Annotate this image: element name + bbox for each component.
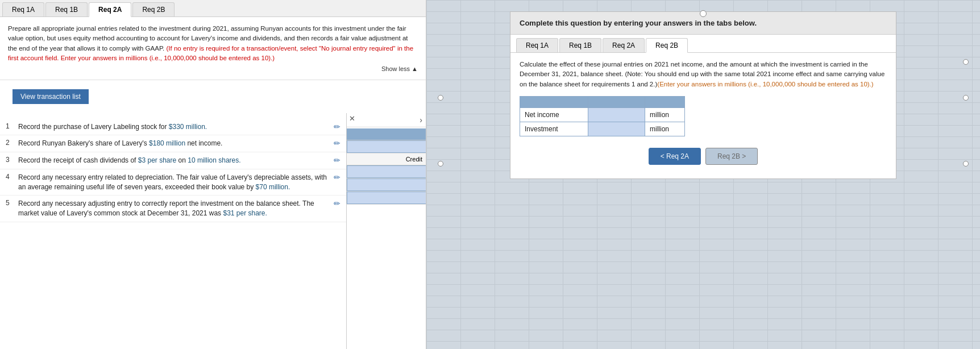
entry-text: Record any necessary adjusting entry to … <box>18 199 329 218</box>
tab-req1a[interactable]: Req 1A <box>2 2 44 16</box>
table-header-row <box>520 96 685 107</box>
journal-list: 1 Record the purchase of Lavery Labeling… <box>0 113 346 350</box>
net-income-input[interactable] <box>588 107 645 122</box>
debit-input-1[interactable] <box>347 140 426 153</box>
list-item: 3 Record the receipt of cash dividends o… <box>0 152 346 169</box>
entry-number: 1 <box>6 122 14 130</box>
entry-text: Record the purchase of Lavery Labeling s… <box>18 122 329 132</box>
entry-panel: ✕ › Credit <box>346 113 426 350</box>
entry-text: Record any necessary entry related to de… <box>18 173 329 192</box>
edit-icon[interactable]: ✏ <box>334 156 340 165</box>
entry-text: Record the receipt of cash dividends of … <box>18 156 329 165</box>
table-header-unit <box>645 96 685 107</box>
question-box: Complete this question by entering your … <box>510 11 896 179</box>
entry-input-row <box>347 178 426 192</box>
entry-number: 3 <box>6 156 14 164</box>
tab-req1b[interactable]: Req 1B <box>45 2 88 16</box>
question-content: Calculate the effect of these journal en… <box>510 53 896 178</box>
investment-label: Investment <box>520 122 588 136</box>
investment-input[interactable] <box>588 122 645 136</box>
left-tab-bar: Req 1A Req 1B Req 2A Req 2B <box>0 0 426 17</box>
panel-next-button[interactable]: › <box>420 115 422 124</box>
investment-field[interactable] <box>593 124 640 134</box>
tab-req2b[interactable]: Req 2B <box>132 2 175 16</box>
list-item: 4 Record any necessary entry related to … <box>0 169 346 196</box>
entry-input-row <box>347 192 426 205</box>
investment-unit: million <box>645 122 685 136</box>
journal-area: 1 Record the purchase of Lavery Labeling… <box>0 113 426 350</box>
right-tab-req2b[interactable]: Req 2B <box>646 38 688 53</box>
credit-label: Credit <box>347 153 426 165</box>
entry-number: 2 <box>6 139 14 147</box>
right-tab-bar: Req 1A Req 1B Req 2A Req 2B <box>510 35 896 53</box>
view-transaction-button[interactable]: View transaction list <box>13 89 89 104</box>
entry-number: 4 <box>6 173 14 181</box>
right-panel: Complete this question by entering your … <box>426 0 980 349</box>
entry-input-row <box>347 140 426 153</box>
next-req2b-button[interactable]: Req 2B > <box>705 148 758 165</box>
net-income-field[interactable] <box>593 110 640 120</box>
answer-table: Net income million Investment million <box>520 96 685 136</box>
prev-req2a-button[interactable]: < Req 2A <box>649 148 701 165</box>
table-row: Net income million <box>520 107 685 122</box>
corner-circle-right-top <box>963 59 969 65</box>
edit-icon[interactable]: ✏ <box>334 173 340 182</box>
list-item: 1 Record the purchase of Lavery Labeling… <box>0 119 346 136</box>
table-header-label <box>520 96 588 107</box>
decoration <box>700 10 707 17</box>
edit-icon[interactable]: ✏ <box>334 199 340 208</box>
show-less-link[interactable]: Show less ▲ <box>8 63 418 75</box>
debit-input-3[interactable] <box>347 178 426 191</box>
list-item: 2 Record Runyan Bakery's share of Lavery… <box>0 135 346 152</box>
right-tab-req1b[interactable]: Req 1B <box>559 38 601 52</box>
instructions-text: Prepare all appropriate journal entries … <box>0 17 426 80</box>
edit-icon[interactable]: ✏ <box>334 139 340 148</box>
nav-buttons: < Req 2A Req 2B > <box>520 143 887 172</box>
corner-circle-right-bottom <box>963 161 969 167</box>
tab-req2a[interactable]: Req 2A <box>89 2 131 17</box>
table-row: Investment million <box>520 122 685 136</box>
close-panel-button[interactable]: ✕ <box>349 114 355 123</box>
corner-circle-right-mid <box>963 95 969 101</box>
entry-number: 5 <box>6 199 14 207</box>
question-orange: (Enter your answers in millions (i.e., 1… <box>657 81 873 88</box>
corner-circle-left <box>438 95 443 101</box>
right-tab-req2a[interactable]: Req 2A <box>603 38 645 52</box>
list-item: 5 Record any necessary adjusting entry t… <box>0 196 346 222</box>
net-income-unit: million <box>645 107 685 122</box>
table-header-value <box>588 96 645 107</box>
debit-input-2[interactable] <box>347 165 426 178</box>
edit-icon[interactable]: ✏ <box>334 122 340 131</box>
panel-nav: › <box>347 113 426 127</box>
right-content: Complete this question by entering your … <box>432 6 974 185</box>
entry-input-row <box>347 165 426 178</box>
net-income-label: Net income <box>520 107 588 122</box>
entry-text: Record Runyan Bakery's share of Lavery's… <box>18 139 329 148</box>
debit-input-4[interactable] <box>347 192 426 204</box>
corner-circle-left-bottom <box>438 161 443 167</box>
right-tab-req1a[interactable]: Req 1A <box>516 38 558 52</box>
